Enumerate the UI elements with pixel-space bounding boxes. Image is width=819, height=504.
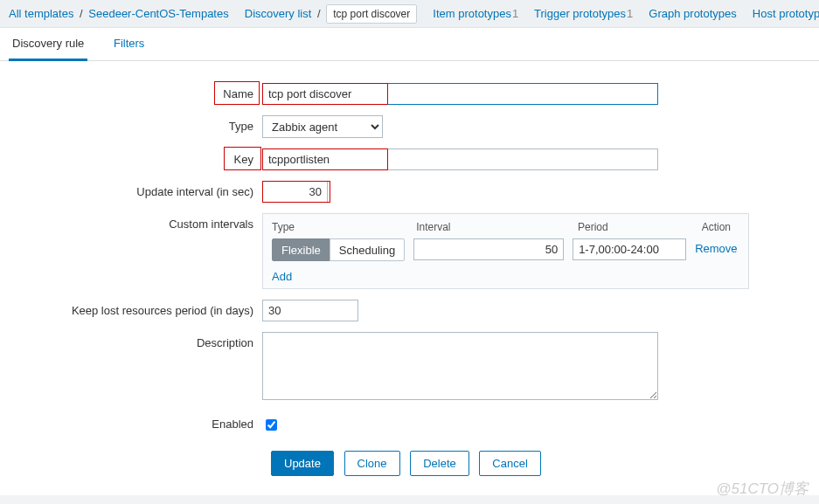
custom-intervals-box: Type Interval Period Action Flexible Sch… xyxy=(262,213,749,289)
tab-discovery-rule[interactable]: Discovery rule xyxy=(9,28,87,61)
scheduling-button[interactable]: Scheduling xyxy=(330,238,405,261)
period-input[interactable] xyxy=(573,238,686,260)
label-enabled: Enabled xyxy=(9,413,262,433)
enabled-checkbox[interactable] xyxy=(266,419,277,431)
bc-graph-prototypes[interactable]: Graph prototypes xyxy=(649,7,736,20)
keep-lost-input[interactable] xyxy=(262,300,358,321)
label-description: Description xyxy=(9,332,262,403)
separator-icon: / xyxy=(80,7,83,20)
bc-item-prototypes[interactable]: Item prototypes xyxy=(433,7,511,20)
separator-icon: / xyxy=(317,7,321,20)
label-name: Name xyxy=(9,83,262,105)
form: Name Type Zabbix agent Key xyxy=(0,61,819,495)
label-type: Type xyxy=(9,115,262,138)
type-select[interactable]: Zabbix agent xyxy=(262,115,383,138)
label-update-interval: Update interval (in sec) xyxy=(9,181,262,203)
description-textarea[interactable] xyxy=(262,332,658,400)
update-interval-input[interactable] xyxy=(262,181,328,203)
label-custom-intervals: Custom intervals xyxy=(9,213,262,289)
interval-input[interactable] xyxy=(413,238,564,260)
label-keep-lost: Keep lost resources period (in days) xyxy=(9,300,262,321)
custom-interval-row: Flexible Scheduling Remove xyxy=(272,238,739,261)
item-prototypes-count: 1 xyxy=(512,7,518,20)
cancel-button[interactable]: Cancel xyxy=(479,451,540,476)
add-link[interactable]: Add xyxy=(272,270,292,283)
flexible-button[interactable]: Flexible xyxy=(272,238,330,261)
ci-head-period: Period xyxy=(578,221,693,233)
bc-discovery-list[interactable]: Discovery list xyxy=(245,7,312,20)
ci-head-interval: Interval xyxy=(416,221,569,233)
bc-template[interactable]: Seedeer-CentOS-Tempates xyxy=(88,7,228,20)
key-input[interactable] xyxy=(262,148,658,170)
tab-filters[interactable]: Filters xyxy=(110,28,148,59)
trigger-prototypes-count: 1 xyxy=(627,7,633,20)
name-input[interactable] xyxy=(262,83,658,105)
bc-trigger-prototypes[interactable]: Trigger prototypes xyxy=(534,7,626,20)
delete-button[interactable]: Delete xyxy=(410,451,469,476)
button-bar: Update Clone Delete Cancel xyxy=(271,444,810,487)
bc-host-prototypes[interactable]: Host prototypes xyxy=(753,7,819,20)
update-button[interactable]: Update xyxy=(271,451,334,476)
ci-head-type: Type xyxy=(272,221,407,233)
label-key: Key xyxy=(9,148,262,170)
footer xyxy=(0,495,819,504)
clone-button[interactable]: Clone xyxy=(344,451,400,476)
bc-all-templates[interactable]: All templates xyxy=(9,7,73,20)
tabs: Discovery rule Filters xyxy=(0,28,819,61)
bc-current: tcp port discover xyxy=(326,4,417,24)
remove-link[interactable]: Remove xyxy=(695,242,737,255)
breadcrumb: All templates / Seedeer-CentOS-Tempates … xyxy=(0,0,819,28)
ci-head-action: Action xyxy=(702,221,731,233)
